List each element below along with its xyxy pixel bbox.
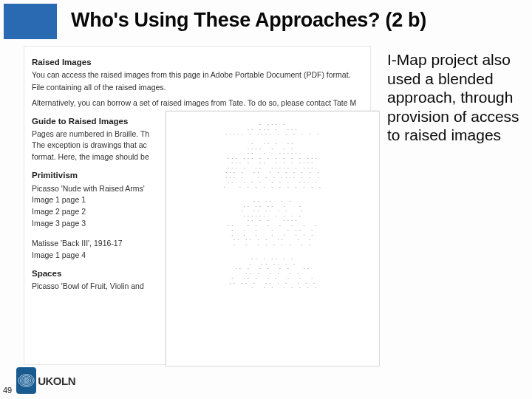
accent-block	[4, 4, 57, 39]
paragraph: Alternatively, you can borrow a set of r…	[32, 98, 363, 109]
section-heading-raised: Raised Images	[32, 57, 363, 68]
link-text: File containing all of the raised images…	[32, 83, 363, 93]
swirl-icon	[16, 367, 36, 394]
brand-logo: UKOLN	[16, 365, 75, 396]
page-number: 49	[3, 386, 12, 395]
paragraph: You can access the raised images from th…	[32, 70, 363, 81]
braille-dot-art: . ... . .. ... . ... ..... . .... . . . …	[178, 122, 367, 290]
braille-overlay: . ... . .. ... . ... ..... . .... . . . …	[166, 111, 380, 366]
slide-title: Who's Using These Approaches? (2 b)	[71, 9, 426, 32]
svg-rect-0	[16, 370, 36, 390]
slide-body-text: I-Map project also used a blended approa…	[387, 50, 520, 145]
logo-text: UKOLN	[38, 375, 75, 387]
